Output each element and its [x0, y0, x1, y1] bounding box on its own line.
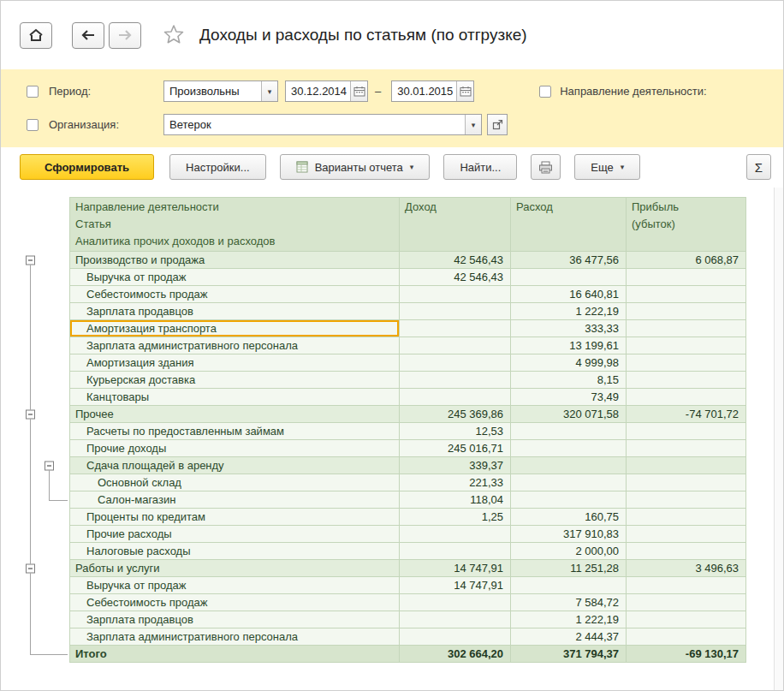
row-label-cell[interactable]: Канцтовары	[69, 389, 400, 406]
direction-checkbox[interactable]	[539, 86, 551, 98]
organization-field[interactable]: Ветерок ▾	[163, 114, 482, 135]
cell-expense[interactable]	[511, 457, 627, 474]
cell-income[interactable]	[400, 320, 511, 337]
cell-expense[interactable]: 1 222,19	[511, 611, 627, 628]
cell-profit[interactable]: 6 068,87	[627, 252, 746, 269]
table-row[interactable]: Налоговые расходы2 000,00	[21, 543, 783, 560]
cell-profit[interactable]: -69 130,17	[627, 646, 746, 663]
cell-expense[interactable]: 11 251,28	[511, 560, 627, 577]
cell-expense[interactable]: 16 640,81	[511, 286, 627, 303]
row-label-cell[interactable]: Зарплата административного персонала	[69, 628, 400, 646]
cell-income[interactable]	[400, 337, 511, 354]
date-to-field[interactable]: 30.01.2015	[391, 80, 474, 102]
home-button[interactable]	[20, 22, 52, 49]
cell-expense[interactable]: 73,49	[511, 389, 627, 406]
table-row[interactable]: Производство и продажа42 546,4336 477,56…	[21, 252, 783, 269]
date-from-field[interactable]: 30.12.2014	[285, 80, 368, 102]
table-row[interactable]: Амортизация транспорта333,33	[21, 320, 783, 337]
date-from-calendar-button[interactable]	[350, 81, 367, 101]
cell-income[interactable]	[400, 526, 511, 543]
cell-expense[interactable]	[511, 474, 627, 491]
cell-expense[interactable]: 8,15	[511, 372, 627, 389]
cell-expense[interactable]: 333,33	[511, 320, 627, 337]
cell-income[interactable]	[400, 372, 511, 389]
cell-income[interactable]: 339,37	[400, 457, 511, 474]
cell-income[interactable]: 118,04	[400, 491, 511, 509]
cell-expense[interactable]: 7 584,72	[511, 594, 627, 611]
row-label-cell[interactable]: Расчеты по предоставленным займам	[69, 423, 400, 440]
row-label-cell[interactable]: Производство и продажа	[69, 252, 400, 269]
cell-profit[interactable]	[627, 372, 746, 389]
table-row[interactable]: Прочее245 369,86320 071,58-74 701,72	[21, 406, 783, 423]
cell-income[interactable]: 42 546,43	[400, 252, 511, 269]
column-header-grouping[interactable]: Направление деятельности Статья Аналитик…	[69, 197, 400, 252]
organization-open-button[interactable]	[487, 114, 508, 135]
forward-button[interactable]	[109, 22, 141, 49]
cell-income[interactable]	[400, 594, 511, 611]
cell-income[interactable]: 42 546,43	[400, 269, 511, 286]
row-label-cell[interactable]: Выручка от продаж	[69, 577, 400, 594]
cell-income[interactable]: 245 016,71	[400, 440, 511, 457]
cell-profit[interactable]	[627, 320, 746, 337]
row-label-cell[interactable]: Сдача площадей в аренду	[69, 457, 400, 474]
generate-button[interactable]: Сформировать	[20, 154, 154, 180]
cell-profit[interactable]	[627, 543, 746, 560]
organization-checkbox[interactable]	[27, 119, 39, 131]
row-label-cell[interactable]: Выручка от продаж	[69, 269, 400, 286]
cell-expense[interactable]: 2 444,37	[511, 628, 627, 646]
row-label-cell[interactable]: Салон-магазин	[69, 491, 400, 509]
row-label-cell[interactable]: Проценты по кредитам	[69, 509, 400, 526]
cell-income[interactable]: 14 747,91	[400, 560, 511, 577]
report-variants-button[interactable]: Варианты отчета ▾	[280, 154, 431, 180]
row-label-cell[interactable]: Прочее	[69, 406, 400, 423]
cell-profit[interactable]	[627, 628, 746, 646]
cell-income[interactable]: 245 369,86	[400, 406, 511, 423]
cell-profit[interactable]	[627, 491, 746, 509]
settings-button[interactable]: Настройки...	[169, 154, 266, 180]
collapse-expander-icon[interactable]	[26, 564, 35, 574]
cell-income[interactable]	[400, 354, 511, 372]
cell-expense[interactable]: 317 910,83	[511, 526, 627, 543]
cell-profit[interactable]	[627, 611, 746, 628]
row-label-cell[interactable]: Прочие расходы	[69, 526, 400, 543]
cell-income[interactable]: 12,53	[400, 423, 511, 440]
table-row[interactable]: Выручка от продаж14 747,91	[21, 577, 783, 594]
collapse-expander-icon[interactable]	[45, 462, 54, 471]
cell-profit[interactable]	[627, 526, 746, 543]
table-row[interactable]: Основной склад221,33	[21, 474, 783, 491]
cell-income[interactable]: 14 747,91	[400, 577, 511, 594]
cell-expense[interactable]: 1 222,19	[511, 303, 627, 320]
row-label-cell[interactable]: Амортизация транспорта	[69, 320, 400, 337]
date-to-calendar-button[interactable]	[456, 81, 473, 101]
table-row[interactable]: Амортизация здания4 999,98	[21, 354, 783, 372]
cell-profit[interactable]: -74 701,72	[627, 406, 746, 423]
row-label-cell[interactable]: Налоговые расходы	[69, 543, 400, 560]
table-row[interactable]: Прочие расходы317 910,83	[21, 526, 783, 543]
back-button[interactable]	[72, 22, 104, 49]
cell-profit[interactable]	[627, 594, 746, 611]
cell-expense[interactable]: 36 477,56	[511, 252, 627, 269]
cell-profit[interactable]	[627, 389, 746, 406]
collapse-expander-icon[interactable]	[26, 410, 35, 420]
row-label-cell[interactable]: Зарплата продавцов	[69, 611, 400, 628]
table-row[interactable]: Курьерская доставка8,15	[21, 372, 783, 389]
table-row[interactable]: Зарплата продавцов1 222,19	[21, 303, 783, 320]
table-row[interactable]: Себестоимость продаж16 640,81	[21, 286, 783, 303]
row-label-cell[interactable]: Амортизация здания	[69, 354, 400, 372]
period-checkbox[interactable]	[27, 86, 39, 98]
cell-income[interactable]: 1,25	[400, 509, 511, 526]
collapse-expander-icon[interactable]	[26, 256, 35, 265]
row-label-cell[interactable]: Курьерская доставка	[69, 372, 400, 389]
row-label-cell[interactable]: Итого	[69, 646, 400, 663]
cell-profit[interactable]	[627, 440, 746, 457]
cell-profit[interactable]	[627, 286, 746, 303]
organization-dropdown-button[interactable]: ▾	[465, 115, 481, 134]
cell-expense[interactable]	[511, 491, 627, 509]
cell-expense[interactable]: 2 000,00	[511, 543, 627, 560]
table-row[interactable]: Канцтовары73,49	[21, 389, 783, 406]
vertical-scrollbar[interactable]	[774, 188, 783, 690]
cell-profit[interactable]: 3 496,63	[627, 560, 746, 577]
cell-profit[interactable]	[627, 423, 746, 440]
cell-income[interactable]	[400, 611, 511, 628]
cell-profit[interactable]	[627, 354, 746, 372]
